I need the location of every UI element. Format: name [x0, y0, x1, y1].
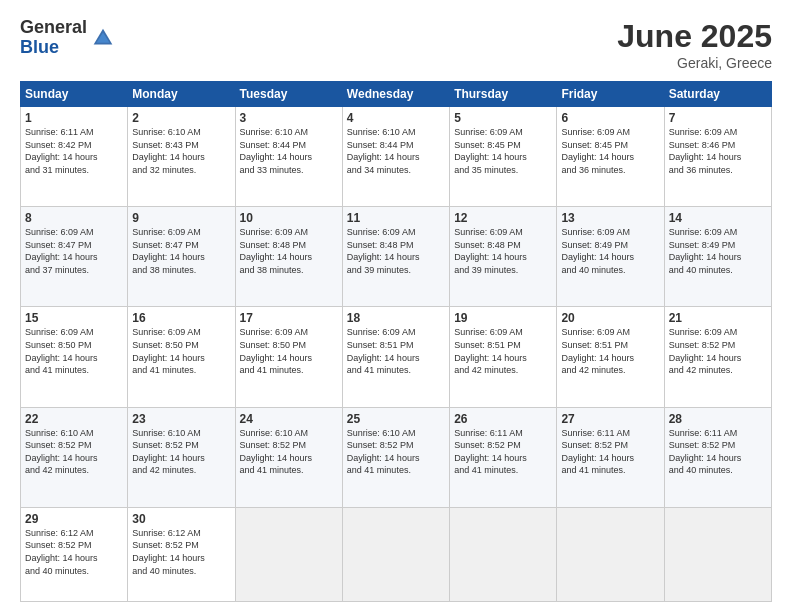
day-number: 15 [25, 311, 123, 325]
calendar-week-row: 8 Sunrise: 6:09 AMSunset: 8:47 PMDayligh… [21, 207, 772, 307]
day-info: Sunrise: 6:12 AMSunset: 8:52 PMDaylight:… [132, 528, 205, 576]
day-info: Sunrise: 6:09 AMSunset: 8:46 PMDaylight:… [669, 127, 742, 175]
day-number: 26 [454, 412, 552, 426]
day-info: Sunrise: 6:10 AMSunset: 8:52 PMDaylight:… [132, 428, 205, 476]
day-number: 21 [669, 311, 767, 325]
day-number: 30 [132, 512, 230, 526]
day-info: Sunrise: 6:09 AMSunset: 8:51 PMDaylight:… [347, 327, 420, 375]
day-info: Sunrise: 6:10 AMSunset: 8:52 PMDaylight:… [347, 428, 420, 476]
logo: General Blue [20, 18, 117, 58]
day-number: 28 [669, 412, 767, 426]
table-row: 27 Sunrise: 6:11 AMSunset: 8:52 PMDaylig… [557, 407, 664, 507]
day-number: 12 [454, 211, 552, 225]
day-info: Sunrise: 6:09 AMSunset: 8:48 PMDaylight:… [454, 227, 527, 275]
table-row [342, 507, 449, 601]
table-row: 3 Sunrise: 6:10 AMSunset: 8:44 PMDayligh… [235, 107, 342, 207]
table-row: 9 Sunrise: 6:09 AMSunset: 8:47 PMDayligh… [128, 207, 235, 307]
table-row: 28 Sunrise: 6:11 AMSunset: 8:52 PMDaylig… [664, 407, 771, 507]
col-sunday: Sunday [21, 82, 128, 107]
calendar-week-row: 15 Sunrise: 6:09 AMSunset: 8:50 PMDaylig… [21, 307, 772, 407]
table-row: 10 Sunrise: 6:09 AMSunset: 8:48 PMDaylig… [235, 207, 342, 307]
day-number: 3 [240, 111, 338, 125]
table-row [450, 507, 557, 601]
day-number: 22 [25, 412, 123, 426]
day-number: 18 [347, 311, 445, 325]
table-row: 6 Sunrise: 6:09 AMSunset: 8:45 PMDayligh… [557, 107, 664, 207]
header: General Blue June 2025 Geraki, Greece [20, 18, 772, 71]
day-info: Sunrise: 6:09 AMSunset: 8:50 PMDaylight:… [25, 327, 98, 375]
day-info: Sunrise: 6:09 AMSunset: 8:45 PMDaylight:… [454, 127, 527, 175]
day-info: Sunrise: 6:09 AMSunset: 8:45 PMDaylight:… [561, 127, 634, 175]
day-number: 1 [25, 111, 123, 125]
day-number: 19 [454, 311, 552, 325]
location: Geraki, Greece [617, 55, 772, 71]
day-number: 20 [561, 311, 659, 325]
day-info: Sunrise: 6:09 AMSunset: 8:50 PMDaylight:… [240, 327, 313, 375]
table-row: 1 Sunrise: 6:11 AMSunset: 8:42 PMDayligh… [21, 107, 128, 207]
logo-blue-text: Blue [20, 38, 87, 58]
day-number: 5 [454, 111, 552, 125]
day-info: Sunrise: 6:10 AMSunset: 8:44 PMDaylight:… [347, 127, 420, 175]
day-info: Sunrise: 6:11 AMSunset: 8:42 PMDaylight:… [25, 127, 98, 175]
table-row: 19 Sunrise: 6:09 AMSunset: 8:51 PMDaylig… [450, 307, 557, 407]
table-row: 11 Sunrise: 6:09 AMSunset: 8:48 PMDaylig… [342, 207, 449, 307]
table-row: 8 Sunrise: 6:09 AMSunset: 8:47 PMDayligh… [21, 207, 128, 307]
day-info: Sunrise: 6:09 AMSunset: 8:48 PMDaylight:… [347, 227, 420, 275]
day-number: 29 [25, 512, 123, 526]
day-number: 14 [669, 211, 767, 225]
table-row: 7 Sunrise: 6:09 AMSunset: 8:46 PMDayligh… [664, 107, 771, 207]
day-number: 2 [132, 111, 230, 125]
table-row: 14 Sunrise: 6:09 AMSunset: 8:49 PMDaylig… [664, 207, 771, 307]
day-number: 17 [240, 311, 338, 325]
table-row: 2 Sunrise: 6:10 AMSunset: 8:43 PMDayligh… [128, 107, 235, 207]
table-row: 23 Sunrise: 6:10 AMSunset: 8:52 PMDaylig… [128, 407, 235, 507]
month-title: June 2025 [617, 18, 772, 55]
table-row: 5 Sunrise: 6:09 AMSunset: 8:45 PMDayligh… [450, 107, 557, 207]
table-row: 16 Sunrise: 6:09 AMSunset: 8:50 PMDaylig… [128, 307, 235, 407]
calendar-header-row: Sunday Monday Tuesday Wednesday Thursday… [21, 82, 772, 107]
logo-icon [89, 24, 117, 52]
table-row: 25 Sunrise: 6:10 AMSunset: 8:52 PMDaylig… [342, 407, 449, 507]
calendar-table: Sunday Monday Tuesday Wednesday Thursday… [20, 81, 772, 602]
col-tuesday: Tuesday [235, 82, 342, 107]
table-row [664, 507, 771, 601]
day-info: Sunrise: 6:10 AMSunset: 8:52 PMDaylight:… [240, 428, 313, 476]
calendar-week-row: 29 Sunrise: 6:12 AMSunset: 8:52 PMDaylig… [21, 507, 772, 601]
day-number: 24 [240, 412, 338, 426]
table-row: 29 Sunrise: 6:12 AMSunset: 8:52 PMDaylig… [21, 507, 128, 601]
day-info: Sunrise: 6:11 AMSunset: 8:52 PMDaylight:… [669, 428, 742, 476]
table-row: 21 Sunrise: 6:09 AMSunset: 8:52 PMDaylig… [664, 307, 771, 407]
col-saturday: Saturday [664, 82, 771, 107]
day-info: Sunrise: 6:09 AMSunset: 8:47 PMDaylight:… [25, 227, 98, 275]
day-info: Sunrise: 6:12 AMSunset: 8:52 PMDaylight:… [25, 528, 98, 576]
table-row: 20 Sunrise: 6:09 AMSunset: 8:51 PMDaylig… [557, 307, 664, 407]
title-block: June 2025 Geraki, Greece [617, 18, 772, 71]
logo-general-text: General [20, 18, 87, 38]
day-number: 7 [669, 111, 767, 125]
col-friday: Friday [557, 82, 664, 107]
col-wednesday: Wednesday [342, 82, 449, 107]
day-info: Sunrise: 6:09 AMSunset: 8:49 PMDaylight:… [669, 227, 742, 275]
col-monday: Monday [128, 82, 235, 107]
table-row: 26 Sunrise: 6:11 AMSunset: 8:52 PMDaylig… [450, 407, 557, 507]
day-number: 25 [347, 412, 445, 426]
table-row: 30 Sunrise: 6:12 AMSunset: 8:52 PMDaylig… [128, 507, 235, 601]
page: General Blue June 2025 Geraki, Greece Su… [0, 0, 792, 612]
day-info: Sunrise: 6:09 AMSunset: 8:50 PMDaylight:… [132, 327, 205, 375]
day-number: 8 [25, 211, 123, 225]
day-number: 4 [347, 111, 445, 125]
col-thursday: Thursday [450, 82, 557, 107]
day-number: 10 [240, 211, 338, 225]
table-row: 13 Sunrise: 6:09 AMSunset: 8:49 PMDaylig… [557, 207, 664, 307]
day-number: 16 [132, 311, 230, 325]
day-info: Sunrise: 6:10 AMSunset: 8:44 PMDaylight:… [240, 127, 313, 175]
day-number: 23 [132, 412, 230, 426]
day-info: Sunrise: 6:09 AMSunset: 8:51 PMDaylight:… [454, 327, 527, 375]
table-row: 18 Sunrise: 6:09 AMSunset: 8:51 PMDaylig… [342, 307, 449, 407]
table-row: 15 Sunrise: 6:09 AMSunset: 8:50 PMDaylig… [21, 307, 128, 407]
day-number: 11 [347, 211, 445, 225]
day-number: 6 [561, 111, 659, 125]
day-info: Sunrise: 6:09 AMSunset: 8:47 PMDaylight:… [132, 227, 205, 275]
calendar-week-row: 1 Sunrise: 6:11 AMSunset: 8:42 PMDayligh… [21, 107, 772, 207]
calendar-week-row: 22 Sunrise: 6:10 AMSunset: 8:52 PMDaylig… [21, 407, 772, 507]
